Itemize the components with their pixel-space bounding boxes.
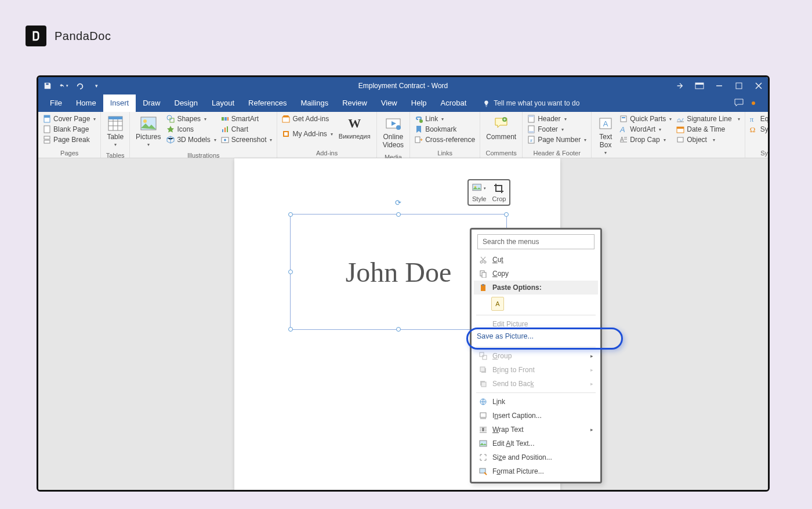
wikipedia-button[interactable]: W Википедия	[336, 114, 373, 141]
tab-help[interactable]: Help	[404, 94, 434, 112]
tab-file[interactable]: File	[43, 94, 69, 112]
menu-search-input[interactable]: Search the menus	[477, 234, 594, 249]
tab-layout[interactable]: Layout	[205, 94, 241, 112]
object-button[interactable]: Object▾	[675, 135, 741, 144]
qat-customize-icon[interactable]: ▾	[92, 81, 101, 90]
caption-icon	[478, 411, 488, 420]
cut-menu-item[interactable]: Cut	[474, 253, 598, 267]
resize-handle[interactable]	[288, 327, 293, 332]
group-illustrations: Pictures▾ Shapes▾ Icons 3D Models▾ Smart…	[130, 112, 277, 158]
page-number-button[interactable]: #Page Number▾	[526, 135, 588, 144]
equation-button[interactable]: πEquation▾	[749, 114, 770, 123]
comment-button[interactable]: Comment	[484, 114, 519, 142]
pandadoc-brand: PandaDoc	[26, 26, 111, 46]
close-icon[interactable]	[754, 81, 763, 90]
paste-keep-source-icon: A	[491, 297, 504, 311]
insert-caption-menu-item[interactable]: Insert Caption...	[474, 409, 598, 423]
my-addins-button[interactable]: My Add-ins▾	[281, 129, 334, 139]
link-button[interactable]: Link▾	[414, 114, 476, 123]
style-button[interactable]: ▾ Style	[472, 183, 486, 202]
screenshot-button[interactable]: Screenshot▾	[220, 135, 274, 144]
svg-rect-24	[284, 132, 288, 136]
resize-handle[interactable]	[288, 270, 293, 274]
signature-line-button[interactable]: Signature Line▾	[675, 114, 741, 123]
wrap-text-menu-item[interactable]: Wrap Text▸	[474, 423, 598, 437]
resize-handle[interactable]	[396, 212, 401, 217]
notification-dot-icon[interactable]	[752, 101, 755, 105]
header-button[interactable]: Header▾	[526, 114, 588, 123]
text-box-button[interactable]: A Text Box▾	[595, 114, 616, 157]
crossref-icon	[415, 136, 423, 144]
online-videos-button[interactable]: Online Videos	[380, 114, 406, 150]
tab-insert[interactable]: Insert	[103, 94, 136, 112]
tab-view[interactable]: View	[374, 94, 404, 112]
redo-icon[interactable]	[75, 81, 85, 90]
shapes-button[interactable]: Shapes▾	[165, 114, 217, 123]
link-menu-item[interactable]: Link	[474, 395, 598, 409]
svg-rect-14	[222, 117, 224, 121]
svg-text:A: A	[620, 136, 624, 143]
3d-models-button[interactable]: 3D Models▾	[165, 135, 217, 144]
blank-page-button[interactable]: Blank Page	[42, 125, 97, 134]
tab-review[interactable]: Review	[335, 94, 374, 112]
date-time-button[interactable]: Date & Time	[675, 125, 741, 134]
minimize-icon[interactable]	[715, 81, 724, 90]
save-icon[interactable]	[43, 81, 52, 90]
svg-rect-60	[480, 413, 486, 417]
tab-draw[interactable]: Draw	[136, 94, 167, 112]
ribbon-display-icon[interactable]	[695, 81, 704, 90]
smartart-icon	[221, 115, 229, 123]
addins-icon	[282, 130, 290, 138]
svg-rect-15	[224, 117, 227, 121]
tab-references[interactable]: References	[241, 94, 293, 112]
bookmark-button[interactable]: Bookmark	[414, 125, 476, 134]
get-addins-button[interactable]: Get Add-ins	[281, 114, 334, 123]
footer-button[interactable]: Footer▾	[526, 125, 588, 134]
resize-handle[interactable]	[504, 212, 509, 217]
signature-icon	[676, 115, 684, 123]
crop-button[interactable]: Crop	[492, 183, 506, 202]
resize-handle[interactable]	[288, 212, 293, 217]
drop-cap-button[interactable]: ADrop Cap▾	[618, 135, 673, 144]
paste-option-keep-source[interactable]: A	[474, 295, 598, 313]
copy-menu-item[interactable]: Copy	[474, 267, 598, 281]
feedback-icon[interactable]	[734, 99, 744, 108]
hyperlink-icon	[478, 397, 488, 406]
quick-parts-button[interactable]: Quick Parts▾	[618, 114, 673, 123]
svg-rect-52	[482, 284, 484, 286]
menu-separator	[476, 392, 596, 393]
cover-page-button[interactable]: Cover Page▾	[42, 114, 97, 123]
tab-mailings[interactable]: Mailings	[294, 94, 336, 112]
crop-icon	[492, 183, 506, 194]
shapes-icon	[166, 115, 175, 123]
page-number-icon: #	[527, 136, 535, 144]
symbol-button[interactable]: ΩSymbol▾	[749, 125, 770, 134]
tab-design[interactable]: Design	[168, 94, 205, 112]
edit-alt-text-menu-item[interactable]: Edit Alt Text...	[474, 437, 598, 450]
maximize-icon[interactable]	[734, 81, 744, 90]
undo-icon[interactable]: ▾	[59, 81, 68, 90]
account-icon[interactable]	[675, 81, 684, 90]
format-picture-menu-item[interactable]: Format Picture...	[474, 464, 598, 478]
rotate-handle-icon[interactable]: ⟳	[395, 198, 401, 207]
size-position-menu-item[interactable]: Size and Position...	[474, 450, 598, 464]
chart-button[interactable]: Chart	[220, 125, 274, 134]
svg-rect-16	[227, 117, 229, 121]
wordart-button[interactable]: AWordArt▾	[618, 125, 673, 134]
window-title: Employment Contract - Word	[358, 82, 448, 90]
pictures-button[interactable]: Pictures▾	[133, 114, 163, 148]
signature-text: John Doe	[346, 256, 452, 288]
table-button[interactable]: Table▾	[104, 114, 126, 148]
tab-acrobat[interactable]: Acrobat	[434, 94, 474, 112]
save-as-picture-label[interactable]: Save as Picture...	[477, 332, 534, 340]
group-links-label: Links	[410, 148, 480, 158]
group-addins: Get Add-ins My Add-ins▾ W Википедия Add-…	[277, 112, 376, 158]
smartart-button[interactable]: SmartArt	[220, 114, 274, 123]
picture-mini-toolbar: ▾ Style Crop	[467, 179, 510, 206]
cross-reference-button[interactable]: Cross-reference	[414, 135, 476, 144]
tell-me-search[interactable]: Tell me what you want to do	[483, 99, 579, 107]
page-break-button[interactable]: Page Break	[42, 135, 97, 144]
icons-button[interactable]: Icons	[165, 125, 217, 134]
tab-home[interactable]: Home	[69, 94, 103, 112]
resize-handle[interactable]	[396, 327, 401, 332]
